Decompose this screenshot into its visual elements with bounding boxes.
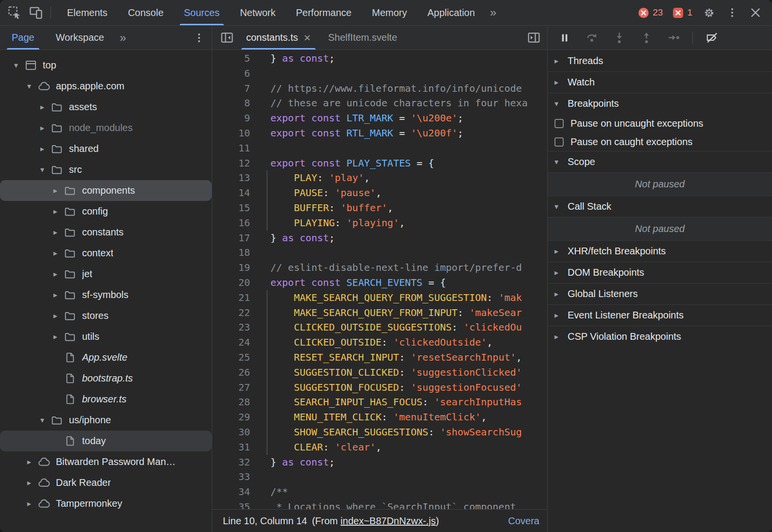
tree-item-src[interactable]: ▾src (0, 159, 212, 180)
line-number[interactable]: 23 (212, 320, 257, 335)
chevron-expanded-icon[interactable]: ▾ (23, 82, 35, 91)
checkbox-icon[interactable] (554, 137, 564, 147)
section-threads[interactable]: ▸Threads (548, 50, 772, 71)
chevron-collapsed-icon[interactable]: ▸ (49, 269, 62, 279)
section-event-listener-breakpoints[interactable]: ▸Event Listener Breakpoints (548, 304, 772, 326)
tree-item-bitwarden-password-man[interactable]: ▸Bitwarden Password Man… (0, 451, 212, 472)
coverage-link[interactable]: Covera (503, 515, 539, 527)
line-number[interactable]: 19 (212, 260, 257, 275)
tree-item-node-modules[interactable]: ▸node_modules (0, 117, 212, 138)
tree-item-browser-ts[interactable]: browser.ts (0, 389, 212, 410)
inspect-icon[interactable] (4, 2, 25, 23)
code-line-text[interactable]: } as const; (270, 455, 335, 470)
chevron-expanded-icon[interactable]: ▾ (10, 61, 22, 70)
code-line-text[interactable]: SEARCH_INPUT_HAS_FOCUS: 'searchInputHas (270, 395, 522, 410)
step-into-icon[interactable] (607, 28, 631, 48)
chevron-collapsed-icon[interactable]: ▸ (49, 290, 62, 299)
line-number[interactable]: 16 (212, 216, 257, 231)
chevron-collapsed-icon[interactable]: ▸ (49, 207, 62, 216)
more-tabs-icon[interactable]: » (485, 6, 501, 19)
tree-item-tampermonkey[interactable]: ▸Tampermonkey (0, 493, 212, 514)
line-number[interactable]: 7 (212, 81, 257, 96)
code-line-text[interactable]: export const RTL_MARK = '\u200f'; (270, 126, 463, 141)
code-line-text[interactable]: // eslint-disable-next-line import/prefe… (270, 260, 522, 275)
line-number[interactable]: 17 (212, 231, 257, 246)
code-line-text[interactable]: PLAY: 'play', (270, 170, 370, 185)
tab-performance[interactable]: Performance (286, 0, 362, 25)
tree-item-us-iphone[interactable]: ▾us/iphone (0, 410, 212, 431)
navigator-menu-icon[interactable] (188, 28, 210, 48)
line-number[interactable]: 33 (212, 469, 257, 484)
code-line-text[interactable]: RESET_SEARCH_INPUT: 'resetSearchInput', (270, 350, 522, 365)
tab-sources[interactable]: Sources (174, 0, 230, 25)
device-toolbar-icon[interactable] (25, 2, 47, 23)
tree-item-stores[interactable]: ▸stores (0, 305, 212, 326)
code-line-text[interactable]: // https://www.fileformat.info/info/unic… (270, 81, 522, 96)
editor-tab-constants-ts[interactable]: constants.ts× (237, 26, 319, 50)
line-number[interactable]: 12 (212, 156, 257, 171)
code-line-text[interactable]: } as const; (270, 231, 335, 246)
section-dom-breakpoints[interactable]: ▸DOM Breakpoints (548, 262, 772, 283)
line-number[interactable]: 24 (212, 335, 257, 350)
section-xhr-fetch-breakpoints[interactable]: ▸XHR/fetch Breakpoints (548, 240, 772, 262)
step-icon[interactable] (661, 28, 686, 48)
settings-gear-icon[interactable] (698, 2, 720, 23)
section-breakpoints[interactable]: ▾Breakpoints (548, 93, 772, 114)
section-scope[interactable]: ▾Scope (548, 151, 772, 172)
tree-item-context[interactable]: ▸context (0, 243, 212, 264)
chevron-collapsed-icon[interactable]: ▸ (49, 186, 62, 195)
code-line-text[interactable]: BUFFER: 'buffer', (270, 200, 393, 216)
tree-item-jet[interactable]: ▸jet (0, 264, 212, 284)
line-number[interactable]: 35 (212, 499, 257, 509)
menu-kebab-icon[interactable] (722, 2, 743, 23)
line-number[interactable]: 13 (212, 170, 257, 185)
checkbox-pause-on-uncaught-exceptions[interactable]: Pause on uncaught exceptions (548, 114, 772, 133)
tree-item-components[interactable]: ▸components (0, 180, 212, 201)
code-line-text[interactable]: } as const; (270, 51, 335, 66)
line-number[interactable]: 26 (212, 365, 257, 380)
line-number[interactable]: 25 (212, 350, 257, 365)
tree-item-bootstrap-ts[interactable]: bootstrap.ts (0, 368, 212, 389)
navigator-tab-workspace[interactable]: Workspace (45, 26, 115, 50)
chevron-collapsed-icon[interactable]: ▸ (23, 457, 35, 466)
chevron-collapsed-icon[interactable]: ▸ (49, 228, 62, 237)
tab-memory[interactable]: Memory (362, 0, 417, 25)
code-line-text[interactable]: MAKE_SEARCH_QUERY_FROM_SUGGESTION: 'mak (270, 290, 522, 305)
chevron-expanded-icon[interactable]: ▾ (36, 416, 49, 425)
line-number[interactable]: 30 (212, 425, 257, 440)
deactivate-breakpoints-icon[interactable] (700, 28, 724, 48)
line-number[interactable]: 14 (212, 185, 257, 200)
code-line-text[interactable]: export const SEARCH_EVENTS = { (270, 275, 446, 290)
code-line-text[interactable]: export const PLAY_STATES = { (270, 156, 434, 171)
toggle-debugger-sidebar-icon[interactable] (523, 28, 544, 48)
line-number[interactable]: 11 (212, 141, 257, 156)
section-watch[interactable]: ▸Watch (548, 71, 772, 93)
chevron-collapsed-icon[interactable]: ▸ (36, 123, 49, 133)
chevron-collapsed-icon[interactable]: ▸ (23, 478, 35, 487)
line-number[interactable]: 20 (212, 275, 257, 290)
code-line-text[interactable]: * Locations where `SearchInput` componen… (270, 499, 516, 509)
line-number[interactable]: 32 (212, 455, 257, 470)
tree-item-assets[interactable]: ▸assets (0, 97, 212, 117)
step-out-icon[interactable] (634, 28, 658, 48)
navigator-tab-page[interactable]: Page (1, 26, 45, 50)
section-call-stack[interactable]: ▾Call Stack (548, 196, 772, 217)
line-number[interactable]: 34 (212, 484, 257, 499)
issues-indicator[interactable]: 1 (669, 7, 696, 18)
code-line-text[interactable]: // these are unicode characters in four … (270, 96, 528, 111)
tree-item-constants[interactable]: ▸constants (0, 222, 212, 243)
code-line-text[interactable]: SHOW_SEARCH_SUGGESTIONS: 'showSearchSug (270, 425, 522, 440)
chevron-collapsed-icon[interactable]: ▸ (36, 144, 49, 153)
navigator-more-tabs-icon[interactable]: » (115, 31, 131, 45)
line-number[interactable]: 15 (212, 200, 257, 216)
code-line-text[interactable]: SUGGESTION_FOCUSED: 'suggestionFocused' (270, 380, 522, 395)
close-tab-icon[interactable]: × (304, 32, 311, 44)
line-number[interactable]: 5 (212, 51, 257, 66)
checkbox-icon[interactable] (554, 119, 564, 128)
code-line-text[interactable]: PAUSE: 'pause', (270, 185, 382, 200)
line-number[interactable]: 8 (212, 96, 257, 111)
close-devtools-icon[interactable] (745, 2, 766, 23)
section-global-listeners[interactable]: ▸Global Listeners (548, 283, 772, 304)
tab-network[interactable]: Network (230, 0, 285, 25)
step-over-icon[interactable] (580, 28, 604, 48)
